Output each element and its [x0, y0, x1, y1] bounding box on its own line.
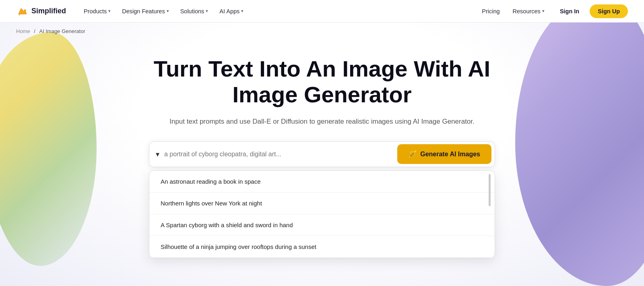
dropdown-chevron-icon[interactable]: ▾ — [156, 150, 159, 159]
suggestions-dropdown: An astronaut reading a book in space Nor… — [149, 170, 495, 258]
hero-subtitle: Input text prompts and use Dall-E or Dif… — [169, 116, 475, 127]
signin-button[interactable]: Sign In — [553, 5, 586, 18]
suggestion-item[interactable]: An astronaut reading a book in space — [149, 171, 495, 193]
signup-button[interactable]: Sign Up — [590, 4, 628, 18]
search-container: ▾ 🪄 Generate AI Images An astronaut read… — [149, 141, 495, 167]
chevron-down-icon: ▾ — [108, 8, 111, 14]
breadcrumb-home[interactable]: Home — [16, 28, 30, 34]
logo-icon — [16, 5, 28, 17]
nav-left: Products ▾ Design Features ▾ Solutions ▾… — [79, 5, 477, 18]
nav-item-products[interactable]: Products ▾ — [79, 5, 116, 18]
scroll-thumb — [489, 174, 491, 206]
chevron-down-icon: ▾ — [167, 8, 169, 14]
chevron-down-icon: ▾ — [542, 8, 545, 14]
chevron-down-icon: ▾ — [206, 8, 208, 14]
suggestion-item[interactable]: Silhouette of a ninja jumping over rooft… — [149, 236, 495, 258]
nav-item-ai-apps[interactable]: AI Apps ▾ — [215, 5, 248, 18]
breadcrumb-current: AI Image Generator — [39, 28, 85, 34]
generate-button[interactable]: 🪄 Generate AI Images — [397, 144, 491, 164]
nav-item-resources[interactable]: Resources ▾ — [508, 5, 549, 18]
wand-icon: 🪄 — [409, 150, 417, 158]
nav-right: Pricing Resources ▾ Sign In Sign Up — [477, 4, 628, 18]
nav-item-solutions[interactable]: Solutions ▾ — [175, 5, 213, 18]
search-bar: ▾ 🪄 Generate AI Images — [149, 141, 495, 167]
suggestion-item[interactable]: Northern lights over New York at night — [149, 193, 495, 214]
nav-item-design-features[interactable]: Design Features ▾ — [117, 5, 173, 18]
nav-item-pricing[interactable]: Pricing — [477, 5, 504, 18]
chevron-down-icon: ▾ — [241, 8, 244, 14]
breadcrumb: Home / AI Image Generator — [0, 23, 644, 40]
brand-name: Simplified — [31, 7, 66, 15]
breadcrumb-separator: / — [34, 28, 35, 34]
suggestion-item[interactable]: A Spartan cyborg with a shield and sword… — [149, 214, 495, 236]
search-input[interactable] — [164, 151, 397, 158]
main-content: Turn Text Into An Image With AI Image Ge… — [0, 40, 644, 167]
hero-title: Turn Text Into An Image With AI Image Ge… — [141, 56, 503, 108]
logo-link[interactable]: Simplified — [16, 5, 66, 17]
navbar: Simplified Products ▾ Design Features ▾ … — [0, 0, 644, 23]
scrollbar[interactable] — [488, 171, 491, 258]
